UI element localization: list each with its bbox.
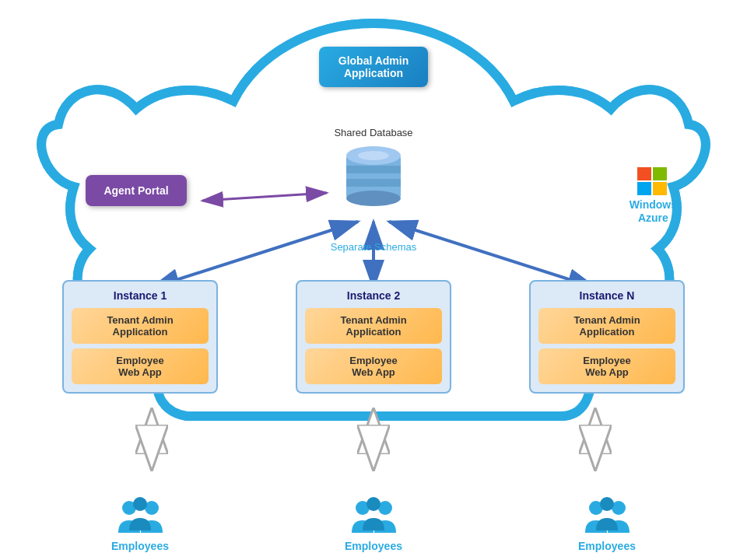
agent-portal-box: Agent Portal [86, 175, 187, 206]
global-admin-box: Global Admin Application [319, 47, 428, 87]
instance-1-tenant-admin: Tenant AdminApplication [72, 308, 209, 344]
windows-logo-icon [637, 167, 668, 197]
instance-2-title: Instance 2 [305, 289, 442, 302]
employees-icon-2 [349, 495, 399, 538]
database-icon [342, 140, 405, 210]
instance-1-box: Instance 1 Tenant AdminApplication Emplo… [62, 280, 218, 394]
separate-schemas-label: Separate Schemas [331, 241, 417, 253]
employees-icon-1 [115, 495, 166, 538]
azure-logo-group: Windows Azure [630, 167, 677, 225]
instance-n-box: Instance N Tenant AdminApplication Emplo… [529, 280, 685, 394]
employees-group-3: Employees [529, 495, 685, 552]
svg-point-25 [133, 497, 147, 511]
global-admin-label: Global Admin [338, 54, 409, 67]
agent-portal-label: Agent Portal [103, 184, 168, 197]
shared-db-label: Shared Database [334, 127, 412, 138]
svg-rect-19 [637, 167, 651, 180]
instance-n-employee-app: EmployeeWeb App [538, 348, 675, 384]
employees-icon-3 [582, 495, 633, 538]
instance-1-employee-app: EmployeeWeb App [72, 348, 209, 384]
svg-rect-20 [653, 167, 667, 180]
svg-rect-22 [653, 182, 667, 195]
instance-2-tenant-admin: Tenant AdminApplication [305, 308, 442, 344]
employees-group-2: Employees [296, 495, 451, 552]
instance-2-box: Instance 2 Tenant AdminApplication Emplo… [296, 280, 451, 394]
employees-label-2: Employees [345, 540, 402, 552]
instance-n-title: Instance N [538, 289, 675, 302]
diagram-container: Global Admin Application Shared Database… [0, 0, 747, 560]
employees-label-1: Employees [111, 540, 169, 552]
svg-point-31 [600, 497, 614, 511]
instance-n-tenant-admin: Tenant AdminApplication [538, 308, 675, 344]
svg-point-18 [358, 151, 389, 160]
svg-rect-21 [637, 182, 651, 195]
svg-rect-16 [346, 179, 401, 187]
instance-1-title: Instance 1 [72, 289, 209, 302]
instances-row: Instance 1 Tenant AdminApplication Emplo… [62, 280, 685, 394]
instance-2-employee-app: EmployeeWeb App [305, 348, 442, 384]
svg-point-28 [366, 497, 381, 511]
azure-label-line1: Windows [630, 198, 677, 212]
employees-label-3: Employees [578, 540, 636, 552]
svg-rect-15 [346, 166, 401, 173]
azure-label-line2: Azure [630, 212, 677, 225]
employees-group-1: Employees [62, 495, 218, 552]
svg-point-17 [346, 191, 401, 206]
global-admin-label2: Application [344, 67, 403, 79]
employees-row: Employees Employees [62, 495, 685, 552]
